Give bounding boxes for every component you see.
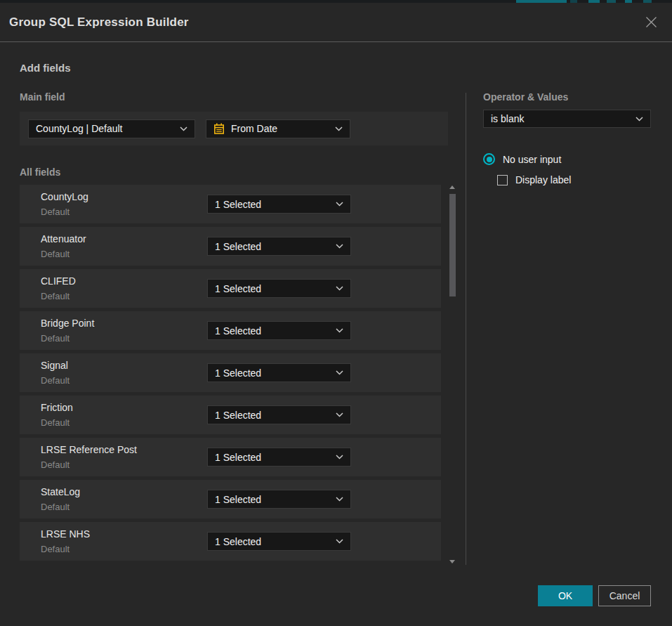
field-row-clifed: CLIFED Default 1 Selected: [20, 269, 441, 308]
selected-count: 1 Selected: [215, 494, 261, 505]
radio-selected-icon[interactable]: [483, 153, 495, 165]
field-name: Attenuator: [41, 233, 86, 244]
field-selected-dropdown[interactable]: 1 Selected: [207, 405, 351, 424]
selected-count: 1 Selected: [215, 410, 261, 421]
all-fields-list: CountyLog Default 1 Selected Attenuator …: [20, 185, 441, 561]
selected-count: 1 Selected: [215, 199, 261, 210]
fields-list-scrollbar[interactable]: [447, 184, 458, 565]
field-row-lrse-reference-post: LRSE Reference Post Default 1 Selected: [20, 438, 441, 476]
chevron-down-icon: [336, 412, 343, 417]
chevron-down-icon: [336, 455, 343, 459]
field-subtitle: Default: [41, 544, 70, 554]
field-row-lrse-nhs: LRSE NHS Default 1 Selected: [20, 522, 441, 561]
field-name: Friction: [41, 402, 73, 413]
field-row-bridge-point: Bridge Point Default 1 Selected: [20, 311, 441, 350]
field-row-countylog: CountyLog Default 1 Selected: [20, 185, 441, 223]
scrollbar-up-arrow-icon[interactable]: [449, 185, 455, 189]
all-fields-label: All fields: [20, 167, 448, 178]
fields-column: Main field CountyLog | Default: [20, 91, 448, 561]
field-name: Signal: [41, 360, 68, 371]
main-field-label: Main field: [20, 91, 448, 103]
main-field-field-select[interactable]: From Date: [206, 119, 350, 138]
field-name: StateLog: [41, 486, 80, 497]
close-button[interactable]: [643, 14, 659, 31]
field-selected-dropdown[interactable]: 1 Selected: [207, 195, 351, 214]
selected-count: 1 Selected: [215, 325, 261, 337]
field-name: LRSE Reference Post: [41, 444, 137, 455]
display-label-label: Display label: [515, 174, 571, 185]
operator-values-column: Operator & Values is blank No user input…: [483, 91, 651, 185]
field-subtitle: Default: [41, 502, 70, 512]
field-subtitle: Default: [41, 375, 70, 386]
field-name: CountyLog: [41, 191, 88, 202]
selected-count: 1 Selected: [215, 283, 261, 294]
field-subtitle: Default: [41, 459, 70, 470]
add-fields-heading: Add fields: [20, 62, 672, 74]
dialog-header: Group SQL Expression Builder: [0, 3, 672, 42]
chevron-down-icon: [335, 126, 343, 131]
main-field-field-value: From Date: [231, 123, 277, 134]
field-selected-dropdown[interactable]: 1 Selected: [207, 321, 351, 340]
scrollbar-down-arrow-icon[interactable]: [449, 560, 455, 563]
display-label-option[interactable]: Display label: [497, 174, 651, 185]
chevron-down-icon: [635, 117, 643, 122]
selected-count: 1 Selected: [215, 367, 261, 379]
chevron-down-icon: [336, 328, 343, 333]
no-user-input-option[interactable]: No user input: [483, 153, 651, 165]
selected-count: 1 Selected: [215, 241, 261, 252]
column-divider: [466, 93, 466, 565]
scrollbar-thumb[interactable]: [449, 194, 456, 296]
field-selected-dropdown[interactable]: 1 Selected: [207, 363, 351, 382]
field-selected-dropdown[interactable]: 1 Selected: [207, 490, 351, 509]
selected-count: 1 Selected: [215, 452, 261, 463]
field-row-signal: Signal Default 1 Selected: [20, 353, 441, 392]
selected-count: 1 Selected: [215, 536, 261, 547]
main-field-source-value: CountyLog | Default: [36, 123, 123, 134]
field-row-statelog: StateLog Default 1 Selected: [20, 480, 441, 519]
chevron-down-icon: [336, 370, 343, 375]
dialog-title: Group SQL Expression Builder: [9, 15, 189, 30]
field-name: CLIFED: [41, 275, 76, 287]
field-subtitle: Default: [41, 291, 70, 301]
field-selected-dropdown[interactable]: 1 Selected: [207, 532, 351, 551]
calendar-icon: [213, 123, 225, 135]
field-name: LRSE NHS: [41, 528, 90, 540]
field-subtitle: Default: [41, 333, 70, 344]
chevron-down-icon: [336, 202, 343, 207]
no-user-input-label: No user input: [503, 154, 561, 165]
field-row-attenuator: Attenuator Default 1 Selected: [20, 227, 441, 266]
chevron-down-icon: [336, 539, 343, 544]
chevron-down-icon: [336, 286, 343, 291]
cancel-button[interactable]: Cancel: [598, 585, 651, 606]
main-field-source-select[interactable]: CountyLog | Default: [28, 119, 195, 138]
main-field-panel: CountyLog | Default From Date: [20, 112, 448, 145]
dialog-footer: OK Cancel: [538, 585, 651, 606]
field-subtitle: Default: [41, 249, 70, 259]
field-selected-dropdown[interactable]: 1 Selected: [207, 448, 351, 467]
field-subtitle: Default: [41, 207, 70, 217]
checkbox-unchecked-icon[interactable]: [497, 175, 508, 185]
field-selected-dropdown[interactable]: 1 Selected: [207, 237, 351, 256]
field-selected-dropdown[interactable]: 1 Selected: [207, 279, 351, 298]
field-row-friction: Friction Default 1 Selected: [20, 396, 441, 434]
ok-button[interactable]: OK: [538, 585, 593, 606]
chevron-down-icon: [336, 244, 343, 249]
operator-values-label: Operator & Values: [483, 91, 651, 103]
close-icon: [645, 15, 658, 29]
operator-select[interactable]: is blank: [483, 110, 651, 128]
operator-select-value: is blank: [491, 113, 524, 124]
group-sql-expression-builder-dialog: Group SQL Expression Builder Add fields …: [0, 3, 672, 626]
chevron-down-icon: [336, 497, 343, 502]
field-subtitle: Default: [41, 417, 70, 428]
chevron-down-icon: [180, 126, 187, 131]
field-name: Bridge Point: [41, 318, 94, 329]
